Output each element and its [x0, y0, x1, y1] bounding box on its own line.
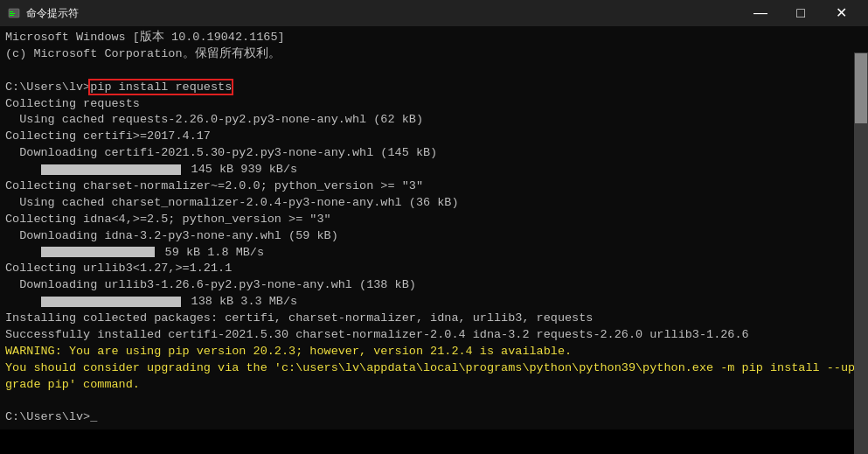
terminal-wrapper: Microsoft Windows [版本 10.0.19042.1165] (… — [0, 26, 868, 454]
cmd-window: 命令提示符 — □ ✕ Microsoft Windows [版本 10.0.1… — [0, 0, 868, 454]
progress-bar-urllib3 — [41, 297, 181, 307]
terminal-body[interactable]: Microsoft Windows [版本 10.0.19042.1165] (… — [0, 26, 868, 430]
line-upgrade-2: grade pip' command. — [5, 377, 863, 394]
line-2: (c) Microsoft Corporation。保留所有权利。 — [5, 46, 863, 63]
pip-command-highlight: pip install requests — [90, 80, 232, 94]
scrollbar-thumb[interactable] — [855, 53, 867, 123]
svg-rect-2 — [10, 13, 15, 14]
progress-bar-certifi — [41, 164, 181, 175]
line-blank — [5, 394, 863, 410]
close-button[interactable]: ✕ — [821, 0, 861, 26]
line-progress-urllib3: 138 kB 3.3 MB/s — [5, 294, 863, 311]
line-progress-idna: 59 kB 1.8 MB/s — [5, 245, 863, 262]
line-upgrade-1: You should consider upgrading via the 'c… — [5, 360, 863, 377]
scrollbar[interactable] — [854, 52, 868, 454]
line-cached-requests: Using cached requests-2.26.0-py2.py3-non… — [5, 112, 863, 129]
line-progress-certifi: 145 kB 939 kB/s — [5, 162, 863, 178]
line-collecting-certifi: Collecting certifi>=2017.4.17 — [5, 129, 863, 145]
progress-bar-idna — [41, 247, 155, 257]
maximize-button[interactable]: □ — [781, 0, 821, 26]
line-1: Microsoft Windows [版本 10.0.19042.1165] — [5, 30, 863, 46]
window-icon — [7, 6, 21, 20]
window-controls: — □ ✕ — [740, 0, 861, 26]
line-warning: WARNING: You are using pip version 20.2.… — [5, 344, 863, 360]
line-dl-idna: Downloading idna-3.2-py3-none-any.whl (5… — [5, 228, 863, 245]
line-dl-certifi: Downloading certifi-2021.5.30-py2.py3-no… — [5, 145, 863, 162]
terminal-container: Microsoft Windows [版本 10.0.19042.1165] (… — [0, 26, 868, 454]
window-title: 命令提示符 — [26, 6, 740, 21]
line-cmd: C:\Users\lv>pip install requests — [5, 80, 863, 96]
line-prompt: C:\Users\lv>_ — [5, 409, 863, 426]
line-collecting-requests: Collecting requests — [5, 96, 863, 113]
line-success: Successfully installed certifi-2021.5.30… — [5, 327, 863, 344]
line-cached-charset: Using cached charset_normalizer-2.0.4-py… — [5, 195, 863, 212]
titlebar: 命令提示符 — □ ✕ — [0, 0, 868, 26]
line-dl-urllib3: Downloading urllib3-1.26.6-py2.py3-none-… — [5, 277, 863, 294]
svg-rect-1 — [10, 11, 13, 12]
line-installing: Installing collected packages: certifi, … — [5, 311, 863, 327]
line-collecting-charset: Collecting charset-normalizer~=2.0.0; py… — [5, 178, 863, 195]
minimize-button[interactable]: — — [740, 0, 781, 26]
line-collecting-urllib3: Collecting urllib3<1.27,>=1.21.1 — [5, 261, 863, 277]
line-collecting-idna: Collecting idna<4,>=2.5; python_version … — [5, 212, 863, 228]
line-3 — [5, 63, 863, 80]
svg-rect-3 — [10, 15, 14, 16]
